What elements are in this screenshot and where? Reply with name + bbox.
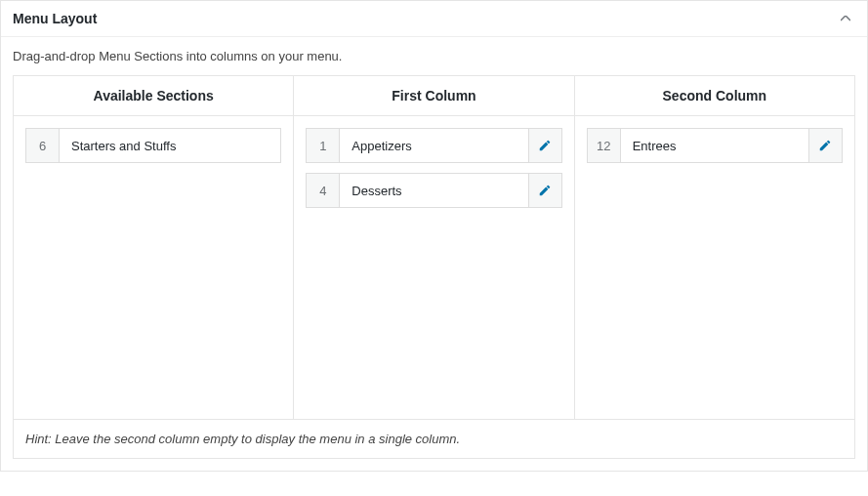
panel-title: Menu Layout: [13, 11, 97, 26]
hint-text: Hint: Leave the second column empty to d…: [13, 420, 855, 459]
section-number: 4: [307, 174, 340, 207]
section-number: 6: [26, 129, 60, 162]
second-column: Second Column 12 Entrees: [575, 76, 854, 419]
section-item[interactable]: 12 Entrees: [587, 128, 843, 163]
menu-layout-panel: Menu Layout Drag-and-drop Menu Sections …: [0, 0, 868, 472]
pencil-icon: [538, 184, 552, 197]
section-number: 1: [307, 129, 340, 162]
panel-header: Menu Layout: [1, 1, 867, 37]
edit-section-button[interactable]: [528, 129, 561, 162]
section-item[interactable]: 1 Appetizers: [306, 128, 561, 163]
chevron-up-icon: [841, 16, 850, 21]
column-header: Second Column: [575, 76, 854, 116]
panel-body: Drag-and-drop Menu Sections into columns…: [1, 37, 867, 471]
section-number: 12: [588, 129, 621, 162]
edit-section-button[interactable]: [528, 174, 561, 207]
pencil-icon: [818, 139, 832, 152]
section-label[interactable]: Appetizers: [340, 129, 527, 162]
panel-description: Drag-and-drop Menu Sections into columns…: [13, 49, 855, 63]
pencil-icon: [538, 139, 552, 152]
collapse-toggle[interactable]: [836, 9, 855, 28]
column-header: Available Sections: [14, 76, 293, 116]
section-label[interactable]: Starters and Stuffs: [60, 129, 280, 162]
section-item[interactable]: 4 Desserts: [306, 173, 561, 208]
column-header: First Column: [294, 76, 573, 116]
available-dropzone[interactable]: 6 Starters and Stuffs: [14, 116, 293, 419]
available-sections-column: Available Sections 6 Starters and Stuffs: [14, 76, 294, 419]
first-column-dropzone[interactable]: 1 Appetizers 4 Desserts: [294, 116, 573, 419]
section-label[interactable]: Desserts: [340, 174, 527, 207]
first-column: First Column 1 Appetizers 4 Desserts: [294, 76, 574, 419]
columns-container: Available Sections 6 Starters and Stuffs…: [13, 75, 855, 420]
edit-section-button[interactable]: [808, 129, 842, 162]
second-column-dropzone[interactable]: 12 Entrees: [575, 116, 854, 419]
section-item[interactable]: 6 Starters and Stuffs: [25, 128, 281, 163]
section-label[interactable]: Entrees: [621, 129, 808, 162]
